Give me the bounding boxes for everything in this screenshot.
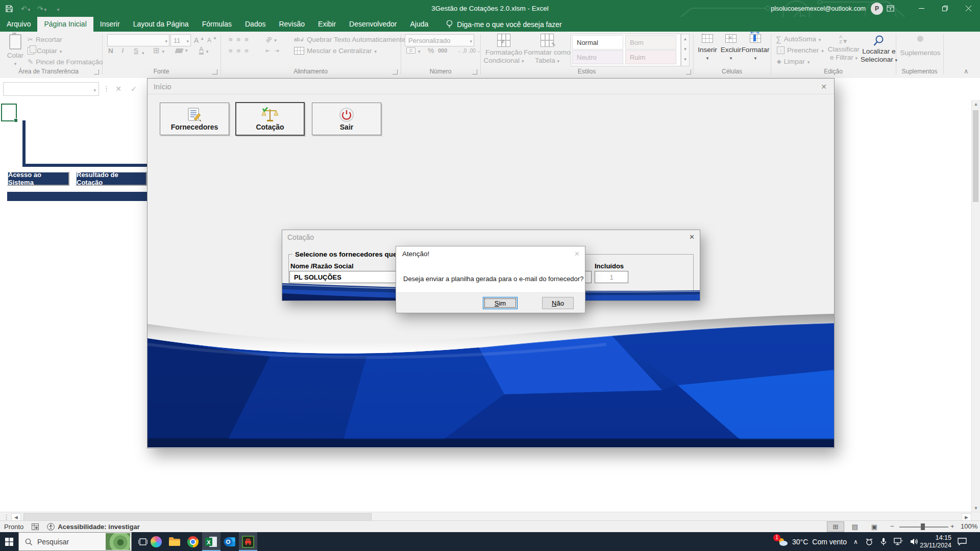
format-painter-button[interactable]: ✎ Pincel de Formatação [28,57,103,67]
fornecedores-button[interactable]: Fornecedores [160,103,229,135]
conditional-formatting-button[interactable]: ≠ Formatação Condicional [486,34,522,65]
addins-button[interactable]: Suplementos [901,36,940,57]
scroll-down-icon[interactable]: ▼ [972,506,980,511]
styles-dialog-launcher[interactable] [686,69,691,74]
tab-exibir[interactable]: Exibir [311,17,342,32]
confirm-entry-icon[interactable]: ✓ [128,82,140,95]
italic-button[interactable]: I [121,45,124,56]
network-icon[interactable] [894,538,903,545]
accounting-format-button[interactable] [406,45,421,56]
horizontal-align-buttons[interactable] [229,45,249,56]
delete-cells-button[interactable]: Excluir [720,34,742,61]
sheet-tabs-splitter[interactable] [3,513,10,521]
resultado-cotacao-button[interactable]: Resultado de Cotação [76,171,147,186]
tell-me-box[interactable]: Diga-me o que você deseja fazer [446,17,561,32]
acesso-sistema-button[interactable]: Acesso ao Sistema [7,171,69,186]
selected-cell[interactable] [1,104,17,121]
inicio-close-icon[interactable]: ✕ [821,83,827,91]
autosum-button[interactable]: AutoSoma [776,34,821,44]
underline-caret[interactable] [142,48,144,56]
scroll-left-icon[interactable]: ◀ [11,513,21,521]
style-ruim[interactable]: Ruim [625,50,676,64]
cut-button[interactable]: Recortar [28,34,62,44]
chrome-button[interactable] [184,532,202,551]
view-page-layout-icon[interactable]: ▤ [846,521,864,532]
tab-layout[interactable]: Layout da Página [127,17,195,32]
style-normal[interactable]: Normal [572,35,623,49]
comma-style-button[interactable]: 000 [438,45,447,56]
horizontal-scroll-thumb[interactable] [23,513,372,521]
view-normal-icon[interactable]: ⊞ [827,521,844,532]
vertical-align-buttons[interactable] [229,34,249,44]
start-button[interactable] [0,532,18,551]
insert-cells-button[interactable]: ← Inserir [696,34,719,61]
cotacao-close-icon[interactable]: ✕ [689,233,695,241]
weather-widget[interactable]: 1 30°C Com vento [777,532,847,551]
format-cells-button[interactable]: ⇤⇥ Formatar [743,34,768,61]
sort-filter-button[interactable]: AZ▼ Classificar e Filtrar [827,35,861,62]
cotacao-button[interactable]: Cotação [235,102,305,136]
microphone-icon[interactable] [880,538,887,546]
alignment-dialog-launcher[interactable] [393,69,398,74]
scroll-up-icon[interactable]: ▲ [972,100,980,108]
format-as-table-button[interactable]: ✎ Formatar como Tabela [526,34,569,65]
redo-icon[interactable]: ↷ [38,5,46,13]
undo-icon[interactable]: ↶ [21,5,30,13]
macro-record-icon[interactable] [32,523,39,530]
merge-center-button[interactable]: Mesclar e Centralizar [294,45,377,56]
tab-pagina-inicial[interactable]: Página Inicial [37,17,93,32]
orientation-button[interactable]: ab [265,34,277,44]
borders-button[interactable] [153,45,164,56]
zoom-level[interactable]: 100% [961,522,977,530]
indent-buttons[interactable]: ⇤⇥ [265,45,279,56]
volume-icon[interactable] [910,538,919,545]
shrink-font-button[interactable]: A▼ [207,35,217,45]
grow-font-button[interactable]: A▲ [194,35,204,45]
zoom-slider-thumb[interactable] [921,523,925,530]
restore-button[interactable] [933,0,957,17]
account-area[interactable]: plsolucoesemexcel@outlook.com P [771,0,883,17]
file-explorer-button[interactable] [165,532,184,551]
styles-gallery-scrollbar[interactable]: ▲▼▼ [681,34,690,66]
sair-button[interactable]: Sair [312,103,381,135]
scroll-right-icon[interactable]: ▶ [962,513,971,521]
namebox-splitter[interactable] [103,85,110,92]
tab-dados[interactable]: Dados [238,17,272,32]
view-page-break-icon[interactable]: ▣ [866,521,883,532]
underline-button[interactable]: S [134,45,138,56]
close-button[interactable] [957,0,980,17]
accessibility-status[interactable]: Acessibilidade: investigar [47,523,139,531]
tab-inserir[interactable]: Inserir [93,17,127,32]
screen-cast-icon[interactable] [865,538,873,545]
excel-taskbar-button[interactable]: X [202,532,220,551]
clear-button[interactable]: Limpar [777,56,810,66]
no-button[interactable]: Não [542,297,574,309]
number-dialog-launcher[interactable] [472,69,477,74]
save-icon[interactable] [5,5,13,13]
copy-button[interactable]: Copiar [28,45,62,56]
taskbar-clock[interactable]: 14:15 23/11/2024 [919,532,951,551]
tab-revisao[interactable]: Revisão [272,17,311,32]
number-format-select[interactable]: Personalizado [405,34,474,46]
zoom-in-icon[interactable]: + [950,522,954,530]
percent-button[interactable]: % [428,45,434,56]
search-highlight-plant-image[interactable] [106,533,130,550]
yes-button[interactable]: Sim [483,297,518,309]
ribbon-display-options-icon[interactable] [880,0,900,17]
taskbar-search-input[interactable]: Pesquisar [18,532,132,551]
collapse-ribbon-icon[interactable] [964,67,969,75]
action-center-button[interactable] [958,532,967,551]
vertical-scrollbar[interactable]: ▲ ▼ [971,100,980,512]
tab-desenvolvedor[interactable]: Desenvolvedor [342,17,403,32]
style-neutro[interactable]: Neutro [572,50,623,64]
paste-button[interactable]: Colar [4,34,27,67]
tab-arquivo[interactable]: Arquivo [0,17,37,32]
font-dialog-launcher[interactable] [212,69,217,74]
increase-decimal-button[interactable]: ←,0 [457,45,467,56]
decrease-decimal-button[interactable]: ,00→ [469,45,481,56]
hidden-icons-chevron[interactable]: ∧ [853,538,858,545]
name-box[interactable] [3,82,99,96]
minimize-button[interactable] [910,0,933,17]
outlook-button[interactable]: O [220,532,239,551]
horizontal-scrollbar[interactable]: ◀ ▶ [0,512,980,521]
